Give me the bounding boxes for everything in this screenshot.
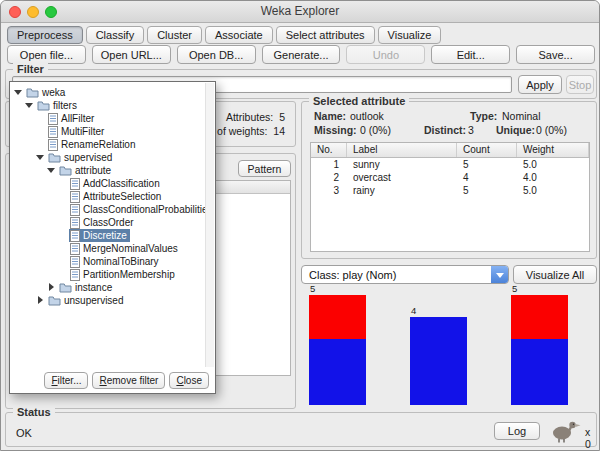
selected-attribute-title: Selected attribute	[309, 94, 409, 108]
missing-label: Missing:	[314, 124, 357, 136]
table-cell: 5.0	[517, 184, 589, 197]
open-db-button[interactable]: Open DB...	[177, 45, 256, 64]
apply-button[interactable]: Apply	[518, 75, 562, 94]
edit-button[interactable]: Edit...	[431, 45, 510, 64]
tree-collapse-icon[interactable]	[36, 153, 45, 162]
tree-item-instance[interactable]: instance	[10, 281, 205, 294]
tab-select-attributes[interactable]: Select attributes	[276, 26, 375, 44]
popup-button-row: Filter... Remove filter Close	[44, 372, 209, 389]
tree-indent-spacer	[36, 114, 45, 123]
status-panel: Status OK Log x 0	[5, 412, 597, 447]
tree-item-supervised[interactable]: supervised	[10, 151, 205, 164]
tree-item-classconditionalprobabilities[interactable]: ClassConditionalProbabilities	[10, 203, 205, 216]
remove-filter-button[interactable]: Remove filter	[92, 372, 165, 389]
missing-value: 0 (0%)	[360, 124, 391, 136]
selected-attribute-panel: Selected attribute Name: outlook Type: N…	[301, 101, 597, 259]
tab-associate[interactable]: Associate	[205, 26, 273, 44]
tree-item-label: attribute	[75, 165, 111, 176]
tree-item-label: instance	[75, 282, 112, 293]
folder-icon	[48, 295, 61, 306]
minimize-window-button[interactable]	[27, 6, 39, 18]
table-cell: overcast	[347, 171, 457, 184]
tab-bar: Preprocess Classify Cluster Associate Se…	[7, 26, 441, 44]
tree-expand-icon[interactable]	[47, 283, 56, 292]
attributes-count-label: Attributes:	[226, 111, 273, 123]
tree-collapse-icon[interactable]	[14, 88, 23, 97]
tree-indent-spacer	[36, 140, 45, 149]
document-icon	[70, 178, 80, 190]
tree-expand-icon[interactable]	[36, 296, 45, 305]
tree-item-multifilter[interactable]: MultiFilter	[10, 125, 205, 138]
column-header-weight[interactable]: Weight	[517, 143, 589, 157]
tree-item-label: unsupervised	[64, 295, 123, 306]
weka-bird-icon	[548, 419, 582, 447]
popup-close-button[interactable]: Close	[169, 372, 209, 389]
tree-item-attribute[interactable]: attribute	[10, 164, 205, 177]
class-selector[interactable]: Class: play (Nom)	[301, 265, 509, 284]
document-icon	[48, 139, 58, 151]
tree-indent-spacer	[58, 270, 67, 279]
open-url-button[interactable]: Open URL...	[92, 45, 171, 64]
tree-item-label: RenameRelation	[61, 139, 136, 150]
tab-classify[interactable]: Classify	[86, 26, 145, 44]
tree-item-label: MultiFilter	[61, 126, 104, 137]
table-cell: sunny	[347, 158, 457, 171]
unique-value: 0 (0%)	[536, 124, 567, 136]
tree-item-weka[interactable]: weka	[10, 86, 205, 99]
tree-item-partitionmembership[interactable]: PartitionMembership	[10, 268, 205, 281]
histogram-bar-segment-rainy	[511, 295, 568, 339]
filter-tree: wekafiltersAllFilterMultiFilterRenameRel…	[10, 86, 205, 307]
bar-count-label: 5	[310, 284, 315, 294]
tree-item-discretize[interactable]: Discretize	[10, 229, 205, 242]
log-button[interactable]: Log	[494, 422, 540, 440]
tree-item-label: MergeNominalValues	[83, 243, 178, 254]
popup-scrollbar[interactable]	[205, 83, 214, 367]
document-icon	[70, 230, 80, 242]
tree-collapse-icon[interactable]	[47, 166, 56, 175]
document-icon	[70, 191, 80, 203]
table-row[interactable]: 3rainy55.0	[311, 184, 589, 197]
tab-preprocess[interactable]: Preprocess	[7, 26, 83, 44]
tree-item-classorder[interactable]: ClassOrder	[10, 216, 205, 229]
tree-item-allfilter[interactable]: AllFilter	[10, 112, 205, 125]
folder-icon	[59, 165, 72, 176]
table-cell: rainy	[347, 184, 457, 197]
stop-button[interactable]: Stop	[566, 75, 594, 94]
pattern-button[interactable]: Pattern	[238, 160, 291, 177]
tree-item-nominaltobinary[interactable]: NominalToBinary	[10, 255, 205, 268]
close-window-button[interactable]	[9, 6, 21, 18]
column-header-label[interactable]: Label	[347, 143, 457, 157]
tree-item-unsupervised[interactable]: unsupervised	[10, 294, 205, 307]
tree-collapse-icon[interactable]	[25, 101, 34, 110]
visualize-all-button[interactable]: Visualize All	[513, 265, 597, 284]
column-header-count[interactable]: Count	[457, 143, 517, 157]
tree-indent-spacer	[58, 257, 67, 266]
tree-item-filters[interactable]: filters	[10, 99, 205, 112]
tab-visualize[interactable]: Visualize	[378, 26, 442, 44]
save-button[interactable]: Save...	[516, 45, 595, 64]
filter-panel-title: Filter	[13, 62, 48, 76]
distinct-label: Distinct:	[424, 124, 466, 136]
filter-button[interactable]: Filter...	[44, 372, 88, 389]
folder-icon	[37, 100, 50, 111]
table-row[interactable]: 1sunny55.0	[311, 158, 589, 171]
histogram-bar-segment-sunny	[309, 295, 366, 339]
generate-button[interactable]: Generate...	[262, 45, 341, 64]
type-value: Nominal	[502, 110, 541, 122]
table-row[interactable]: 2overcast44.0	[311, 171, 589, 184]
zoom-window-button[interactable]	[45, 6, 57, 18]
column-header-no[interactable]: No.	[311, 143, 347, 157]
tree-item-renamerelation[interactable]: RenameRelation	[10, 138, 205, 151]
tree-item-attributeselection[interactable]: AttributeSelection	[10, 190, 205, 203]
tree-item-addclassification[interactable]: AddClassification	[10, 177, 205, 190]
tree-indent-spacer	[58, 179, 67, 188]
table-cell: 3	[311, 184, 347, 197]
table-cell: 4.0	[517, 171, 589, 184]
folder-icon	[48, 152, 61, 163]
tree-indent-spacer	[58, 231, 67, 240]
undo-button[interactable]: Undo	[346, 45, 425, 64]
tab-cluster[interactable]: Cluster	[147, 26, 202, 44]
histogram-bar-segment-overcast	[410, 317, 467, 405]
toolbar: Open file... Open URL... Open DB... Gene…	[7, 45, 595, 64]
tree-item-mergenominalvalues[interactable]: MergeNominalValues	[10, 242, 205, 255]
